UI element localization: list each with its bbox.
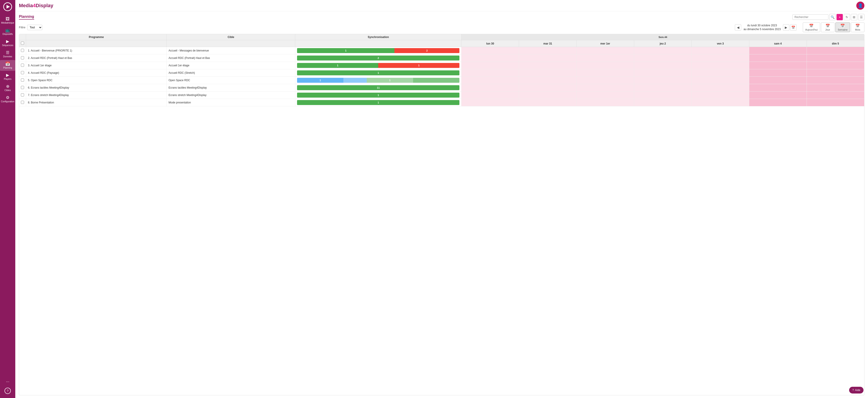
row-day-cell[interactable] <box>519 69 577 77</box>
row-checkbox[interactable] <box>21 64 24 67</box>
row-day-cell[interactable] <box>691 69 749 77</box>
row-checkbox[interactable] <box>21 86 24 89</box>
row-day-cell[interactable] <box>519 54 577 62</box>
help-button[interactable]: ? Aide <box>849 387 864 394</box>
row-day-cell[interactable] <box>577 69 634 77</box>
row-checkbox[interactable] <box>21 101 24 104</box>
row-day-cell[interactable] <box>577 47 634 54</box>
search-button[interactable]: 🔍 <box>829 14 836 20</box>
sidebar-item-label: Cibles <box>4 89 11 92</box>
row-day-cell[interactable] <box>577 92 634 99</box>
row-day-cell[interactable] <box>749 47 807 54</box>
view-week-button[interactable]: 📅 Semaine <box>835 23 850 32</box>
view-month-button[interactable]: 📅 Mois <box>851 23 864 32</box>
row-day-cell[interactable] <box>577 84 634 92</box>
row-day-cell[interactable] <box>807 84 864 92</box>
row-checkbox[interactable] <box>21 56 24 59</box>
sidebar-item-donnees[interactable]: ☰ Données <box>0 49 15 60</box>
row-day-cell[interactable] <box>461 69 519 77</box>
row-checkbox[interactable] <box>21 49 24 52</box>
sync-segment: 2 <box>395 48 459 53</box>
row-day-cell[interactable] <box>461 92 519 99</box>
row-day-cell[interactable] <box>634 54 691 62</box>
row-day-cell[interactable] <box>634 77 691 84</box>
sidebar-logo[interactable] <box>3 2 12 11</box>
row-day-cell[interactable] <box>691 77 749 84</box>
row-day-cell[interactable] <box>634 84 691 92</box>
sidebar-help-button[interactable]: ? <box>4 388 11 394</box>
row-day-cell[interactable] <box>577 62 634 69</box>
row-day-cell[interactable] <box>634 47 691 54</box>
sidebar-item-label: Médiathèque <box>1 22 14 24</box>
row-day-cell[interactable] <box>807 62 864 69</box>
row-day-cell[interactable] <box>807 77 864 84</box>
row-checkbox[interactable] <box>21 79 24 82</box>
sidebar-item-cibles[interactable]: ⊕ Cibles <box>0 83 15 93</box>
row-day-cell[interactable] <box>577 77 634 84</box>
row-cible: Ecrans stretch Meeting4Display <box>167 92 295 99</box>
row-day-cell[interactable] <box>461 99 519 106</box>
menu-button[interactable]: ☰ <box>858 14 864 20</box>
filter-select[interactable]: Tout Actif Inactif <box>27 25 42 30</box>
view-day-button[interactable]: 📅 Jour <box>821 23 835 32</box>
user-avatar[interactable]: 👤 <box>856 2 864 10</box>
dispositifs-icon: 📺 <box>5 28 10 32</box>
row-day-cell[interactable] <box>749 54 807 62</box>
sidebar-item-configuration[interactable]: ⚙ Configuration <box>0 94 15 104</box>
prev-button[interactable]: ◀ <box>735 24 741 31</box>
row-day-cell[interactable] <box>519 84 577 92</box>
table-row: 1. Accueil - Bienvenue (PRIORITE 1)Accue… <box>19 47 864 54</box>
row-day-cell[interactable] <box>749 77 807 84</box>
row-day-cell[interactable] <box>577 54 634 62</box>
search-input[interactable] <box>793 14 829 20</box>
row-day-cell[interactable] <box>519 99 577 106</box>
calendar-button[interactable]: 📅 <box>790 24 797 31</box>
row-day-cell[interactable] <box>519 62 577 69</box>
sidebar-item-mediatheque[interactable]: 🖼 Médiathèque <box>0 15 15 26</box>
row-day-cell[interactable] <box>691 92 749 99</box>
sidebar-item-planning[interactable]: 📅 Planning <box>0 60 15 71</box>
row-day-cell[interactable] <box>634 69 691 77</box>
row-day-cell[interactable] <box>461 47 519 54</box>
refresh-button[interactable]: ↻ <box>844 14 850 20</box>
row-day-cell[interactable] <box>634 99 691 106</box>
next-button[interactable]: ▶ <box>783 24 789 31</box>
row-day-cell[interactable] <box>691 47 749 54</box>
row-day-cell[interactable] <box>807 54 864 62</box>
row-day-cell[interactable] <box>461 77 519 84</box>
row-day-cell[interactable] <box>749 69 807 77</box>
grid-button[interactable]: ⊞ <box>851 14 857 20</box>
row-day-cell[interactable] <box>749 62 807 69</box>
sidebar-item-players[interactable]: ▶ Players <box>0 71 15 82</box>
sidebar-item-sequences[interactable]: ▶ Séquences <box>0 37 15 48</box>
row-day-cell[interactable] <box>807 99 864 106</box>
row-day-cell[interactable] <box>749 99 807 106</box>
row-day-cell[interactable] <box>807 47 864 54</box>
view-today-button[interactable]: 📅 Aujourd'hui <box>803 23 820 32</box>
row-day-cell[interactable] <box>807 92 864 99</box>
row-day-cell[interactable] <box>519 47 577 54</box>
row-day-cell[interactable] <box>461 54 519 62</box>
select-all-checkbox[interactable] <box>21 41 24 45</box>
row-day-cell[interactable] <box>749 92 807 99</box>
row-day-cell[interactable] <box>691 62 749 69</box>
row-checkbox[interactable] <box>21 93 24 96</box>
sidebar-item-dispositifs[interactable]: 📺 Dispositifs <box>0 26 15 37</box>
row-day-cell[interactable] <box>749 84 807 92</box>
row-day-cell[interactable] <box>807 69 864 77</box>
row-cible: Accueil RDC (Portrait) Haut et Bas <box>167 54 295 62</box>
row-day-cell[interactable] <box>461 62 519 69</box>
row-day-cell[interactable] <box>577 99 634 106</box>
sync-bar: 11 <box>297 78 459 83</box>
row-day-cell[interactable] <box>634 92 691 99</box>
row-day-cell[interactable] <box>691 99 749 106</box>
row-day-cell[interactable] <box>634 62 691 69</box>
row-day-cell[interactable] <box>519 92 577 99</box>
row-day-cell[interactable] <box>519 77 577 84</box>
row-checkbox[interactable] <box>21 71 24 74</box>
add-button[interactable]: + <box>837 14 843 20</box>
row-day-cell[interactable] <box>691 54 749 62</box>
row-day-cell[interactable] <box>691 84 749 92</box>
sidebar-more-dots[interactable]: ··· <box>6 379 9 384</box>
row-day-cell[interactable] <box>461 84 519 92</box>
